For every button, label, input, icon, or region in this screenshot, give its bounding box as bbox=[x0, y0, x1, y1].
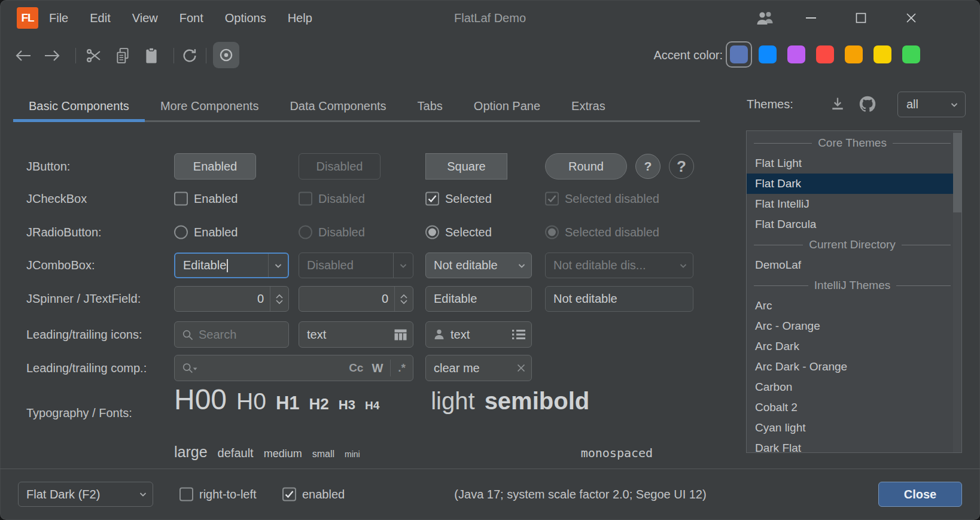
clearable-field[interactable]: clear me bbox=[425, 355, 532, 381]
theme-item[interactable]: Dark Flat bbox=[747, 438, 961, 453]
themes-separator: Core Themes bbox=[747, 133, 961, 153]
laf-combobox[interactable]: Flat Dark (F2) bbox=[18, 482, 153, 507]
list-icon[interactable] bbox=[512, 329, 525, 340]
close-window-button[interactable] bbox=[901, 8, 921, 28]
theme-item[interactable]: Flat Darcula bbox=[747, 214, 961, 235]
search-dropdown-icon[interactable] bbox=[182, 362, 197, 374]
whole-words-button[interactable]: W bbox=[372, 361, 383, 375]
help-button-2[interactable]: ? bbox=[669, 154, 694, 179]
accent-swatch-default-blue[interactable] bbox=[730, 45, 748, 63]
checkbox-box bbox=[282, 488, 296, 501]
refresh-button[interactable] bbox=[181, 47, 199, 65]
theme-item[interactable]: Flat Light bbox=[747, 153, 961, 174]
spinner-1[interactable]: 0 bbox=[174, 286, 289, 312]
tab-data-components[interactable]: Data Components bbox=[274, 90, 401, 122]
minimize-icon bbox=[806, 17, 816, 19]
tab-option-pane[interactable]: Option Pane bbox=[458, 90, 556, 122]
checkbox-selected[interactable]: Selected bbox=[425, 192, 492, 206]
radio-selected[interactable]: Selected bbox=[425, 226, 492, 239]
square-button[interactable]: Square bbox=[425, 153, 507, 180]
menubar: File Edit View Font Options Help bbox=[49, 0, 312, 36]
editable-textfield[interactable]: Editable bbox=[425, 286, 532, 312]
help-button[interactable]: ? bbox=[635, 154, 661, 179]
chevron-up-icon bbox=[275, 294, 284, 299]
text-field-table-icon[interactable]: text bbox=[299, 321, 413, 348]
large-sample: large bbox=[174, 443, 208, 461]
table-icon[interactable] bbox=[394, 329, 407, 340]
checkbox-box bbox=[545, 192, 559, 206]
theme-item[interactable]: Cyan light bbox=[747, 418, 961, 438]
accent-swatch-selected-ring bbox=[726, 41, 752, 68]
match-case-button[interactable]: Cc bbox=[349, 361, 363, 375]
semibold-sample: semibold bbox=[485, 388, 590, 415]
themes-scrollbar-thumb[interactable] bbox=[953, 133, 961, 212]
spinner-buttons[interactable] bbox=[394, 287, 413, 311]
menu-file[interactable]: File bbox=[49, 11, 68, 25]
forward-button[interactable] bbox=[43, 47, 61, 65]
cut-button[interactable] bbox=[85, 47, 103, 65]
checkbox-box bbox=[299, 192, 312, 206]
tab-extras[interactable]: Extras bbox=[556, 90, 621, 122]
editable-combobox[interactable]: Editable bbox=[174, 253, 289, 278]
text-field-person-icon[interactable]: text bbox=[425, 321, 532, 348]
close-button[interactable]: Close bbox=[878, 482, 962, 507]
tab-tabs[interactable]: Tabs bbox=[402, 90, 458, 122]
menu-edit[interactable]: Edit bbox=[90, 11, 110, 25]
rtl-checkbox[interactable]: right-to-left bbox=[179, 488, 257, 501]
enabled-checkbox[interactable]: enabled bbox=[282, 488, 345, 501]
users-button[interactable] bbox=[755, 8, 775, 28]
typography-sizes: large default medium small mini monospac… bbox=[174, 443, 653, 461]
menu-help[interactable]: Help bbox=[288, 11, 312, 25]
theme-item[interactable]: Arc Dark bbox=[747, 336, 961, 357]
theme-item-selected[interactable]: Flat Dark bbox=[747, 174, 961, 194]
menu-font[interactable]: Font bbox=[179, 11, 203, 25]
accent-swatch-red[interactable] bbox=[816, 45, 834, 63]
clear-icon[interactable] bbox=[517, 364, 525, 372]
search-field[interactable]: Search bbox=[174, 321, 289, 348]
round-button[interactable]: Round bbox=[545, 153, 627, 180]
menu-options[interactable]: Options bbox=[225, 11, 266, 25]
inspect-toggle-button[interactable] bbox=[213, 42, 239, 68]
h4-sample: H4 bbox=[365, 399, 379, 412]
themes-separator: Current Directory bbox=[747, 235, 961, 255]
copy-button[interactable] bbox=[114, 47, 132, 65]
accent-swatch-blue[interactable] bbox=[759, 45, 777, 63]
close-icon bbox=[906, 13, 917, 23]
accent-swatch-purple[interactable] bbox=[787, 45, 805, 63]
accent-swatch-yellow[interactable] bbox=[874, 45, 891, 63]
spinner-2[interactable]: 0 bbox=[299, 286, 413, 312]
paste-button[interactable] bbox=[142, 47, 160, 65]
theme-item[interactable]: Arc - Orange bbox=[747, 316, 961, 336]
back-button[interactable] bbox=[14, 47, 32, 65]
enabled-button[interactable]: Enabled bbox=[174, 153, 256, 180]
theme-item[interactable]: Carbon bbox=[747, 377, 961, 397]
jcheckbox-row-label: JCheckBox bbox=[26, 192, 87, 206]
theme-item[interactable]: Flat IntelliJ bbox=[747, 194, 961, 214]
themes-filter-combobox[interactable]: all bbox=[897, 92, 966, 117]
accent-swatch-green[interactable] bbox=[902, 45, 920, 63]
jbutton-row-label: JButton: bbox=[26, 160, 70, 174]
theme-item[interactable]: Arc Dark - Orange bbox=[747, 357, 961, 377]
accent-swatch-orange[interactable] bbox=[845, 45, 863, 63]
download-themes-button[interactable] bbox=[829, 96, 846, 112]
menu-view[interactable]: View bbox=[132, 11, 158, 25]
h1-sample: H1 bbox=[276, 393, 300, 414]
radio-circle bbox=[174, 226, 188, 239]
theme-item[interactable]: Arc bbox=[747, 296, 961, 316]
github-icon[interactable] bbox=[858, 95, 877, 114]
theme-item[interactable]: DemoLaf bbox=[747, 255, 961, 275]
checkbox-enabled[interactable]: Enabled bbox=[174, 192, 238, 206]
spinner-buttons[interactable] bbox=[270, 287, 288, 311]
chevron-down-icon[interactable] bbox=[268, 254, 288, 277]
theme-item[interactable]: Cobalt 2 bbox=[747, 397, 961, 418]
search-with-options-field[interactable]: Cc W .* bbox=[174, 355, 413, 381]
minimize-button[interactable] bbox=[801, 8, 821, 28]
regex-button[interactable]: .* bbox=[398, 361, 406, 375]
tab-basic-components[interactable]: Basic Components bbox=[13, 90, 145, 122]
tab-more-components[interactable]: More Components bbox=[145, 90, 275, 122]
radio-selected-disabled: Selected disabled bbox=[545, 226, 659, 239]
not-editable-textfield: Not editable bbox=[545, 286, 693, 312]
radio-enabled[interactable]: Enabled bbox=[174, 226, 238, 239]
not-editable-combobox[interactable]: Not editable bbox=[425, 253, 532, 278]
maximize-button[interactable] bbox=[851, 8, 871, 28]
